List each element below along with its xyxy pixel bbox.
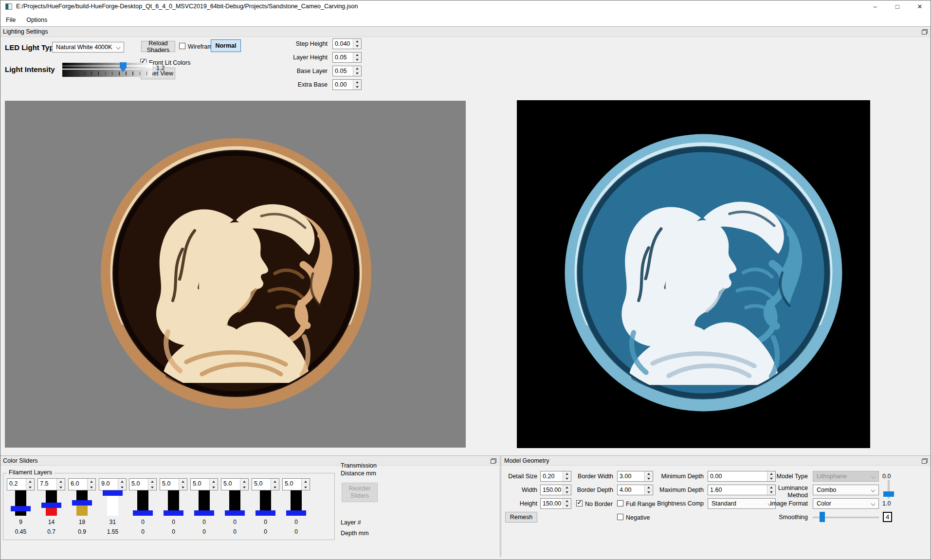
color-sliders-header[interactable]: Color Sliders (0, 455, 500, 466)
filament-slider[interactable] (7, 490, 35, 516)
filament-slider-handle[interactable] (133, 510, 153, 516)
filament-td-spinbox[interactable]: 0.2 (7, 478, 35, 490)
spin-up-icon[interactable] (26, 479, 34, 484)
window-titlebar[interactable]: E:/Projects/HueForge/build-HueForge-Desk… (0, 0, 931, 13)
layer-height-spinbox[interactable]: 0.05 (332, 52, 362, 63)
spin-down-icon[interactable] (353, 85, 361, 90)
spin-up-icon[interactable] (563, 499, 571, 504)
filament-slider-handle[interactable] (164, 510, 183, 516)
filament-slider-handle[interactable] (194, 510, 214, 516)
base-layer-spinbox[interactable]: 0.05 (332, 66, 362, 76)
filament-slider-handle[interactable] (72, 500, 92, 506)
spin-down-icon[interactable] (148, 484, 156, 490)
spin-down-icon[interactable] (179, 484, 187, 490)
spin-up-icon[interactable] (240, 479, 248, 484)
led-light-type-select[interactable]: Natural White 4000K (52, 42, 124, 53)
filament-td-spinbox[interactable]: 6.0 (68, 478, 96, 490)
filament-slider-handle[interactable] (225, 510, 245, 516)
spin-down-icon[interactable] (302, 484, 310, 490)
dock-float-icon[interactable] (491, 458, 496, 464)
maximize-button[interactable]: □ (886, 0, 909, 13)
minimum-depth-spinbox[interactable]: 0.00 (708, 471, 776, 482)
spin-down-icon[interactable] (563, 490, 571, 495)
filament-slider[interactable] (282, 490, 310, 516)
filament-slider[interactable] (129, 490, 157, 516)
spin-down-icon[interactable] (353, 71, 361, 76)
reload-shaders-button[interactable]: Reload Shaders (141, 41, 175, 52)
spin-down-icon[interactable] (271, 484, 279, 490)
spin-down-icon[interactable] (210, 484, 218, 490)
dock-float-icon[interactable] (922, 29, 928, 35)
normal-button[interactable]: Normal (211, 39, 241, 52)
filament-slider[interactable] (190, 490, 218, 516)
spin-up-icon[interactable] (210, 479, 218, 484)
lighting-settings-header[interactable]: Lighting Settings (0, 26, 931, 37)
source-image-viewport[interactable] (517, 100, 870, 448)
spin-up-icon[interactable] (179, 479, 187, 484)
brightness-comp-select[interactable]: Standard (708, 498, 776, 509)
filament-td-spinbox[interactable]: 5.0 (129, 478, 157, 490)
step-height-spinbox[interactable]: 0.040 (332, 38, 362, 49)
filament-td-spinbox[interactable]: 9.0 (99, 478, 127, 490)
spin-up-icon[interactable] (118, 479, 126, 484)
minimize-button[interactable]: – (864, 0, 886, 13)
filament-slider-handle[interactable] (286, 510, 306, 516)
spin-down-icon[interactable] (88, 484, 95, 490)
menu-options[interactable]: Options (21, 13, 52, 26)
spin-down-icon[interactable] (353, 44, 361, 49)
filament-slider-handle[interactable] (11, 506, 31, 511)
maximum-depth-spinbox[interactable]: 1.60 (708, 485, 776, 495)
spin-down-icon[interactable] (57, 484, 65, 490)
negative-checkbox[interactable] (617, 514, 623, 520)
reorder-sliders-button[interactable]: Reorder Sliders (342, 483, 378, 502)
image-format-select[interactable]: Color (813, 498, 879, 509)
spin-up-icon[interactable] (563, 485, 571, 490)
spin-up-icon[interactable] (353, 66, 361, 71)
range-slider-handle[interactable] (883, 491, 894, 497)
filament-slider[interactable] (68, 490, 96, 516)
filament-td-spinbox[interactable]: 5.0 (282, 478, 310, 490)
no-border-checkbox[interactable]: ✓ (576, 500, 583, 506)
spin-down-icon[interactable] (563, 504, 571, 509)
model-type-select[interactable]: Lithophane (813, 471, 879, 482)
spin-up-icon[interactable] (271, 479, 279, 484)
filament-td-spinbox[interactable]: 5.0 (160, 478, 187, 490)
filament-slider-handle[interactable] (41, 503, 61, 508)
model-geometry-header[interactable]: Model Geometry (501, 455, 931, 466)
luminance-method-select[interactable]: Combo (813, 485, 879, 495)
wireframe-checkbox[interactable] (179, 43, 185, 49)
close-button[interactable]: ✕ (909, 0, 931, 13)
light-intensity-slider[interactable] (62, 62, 152, 77)
spin-down-icon[interactable] (353, 57, 361, 63)
width-spinbox[interactable]: 150.00 (540, 485, 571, 495)
filament-slider[interactable] (160, 490, 187, 516)
filament-td-spinbox[interactable]: 5.0 (252, 478, 279, 490)
spin-up-icon[interactable] (353, 80, 361, 85)
filament-slider[interactable] (37, 490, 65, 516)
border-width-spinbox[interactable]: 3.00 (617, 471, 653, 482)
spin-up-icon[interactable] (148, 479, 156, 484)
spin-up-icon[interactable] (353, 53, 361, 57)
spin-down-icon[interactable] (26, 484, 34, 490)
border-depth-spinbox[interactable]: 4.00 (617, 485, 653, 495)
filament-slider-handle[interactable] (103, 490, 123, 496)
spin-up-icon[interactable] (353, 39, 361, 44)
dock-float-icon[interactable] (922, 458, 928, 464)
spin-down-icon[interactable] (240, 484, 248, 490)
spin-down-icon[interactable] (563, 476, 571, 482)
spin-down-icon[interactable] (118, 484, 126, 490)
spin-up-icon[interactable] (88, 479, 95, 484)
remesh-button[interactable]: Remesh (505, 512, 537, 523)
filament-slider[interactable] (252, 490, 279, 516)
spin-up-icon[interactable] (563, 471, 571, 476)
filament-td-spinbox[interactable]: 5.0 (221, 478, 249, 490)
spin-up-icon[interactable] (302, 479, 310, 484)
detail-size-spinbox[interactable]: 0.20 (540, 471, 571, 482)
filament-slider[interactable] (99, 490, 127, 516)
filament-slider[interactable] (221, 490, 249, 516)
full-range-checkbox[interactable] (617, 500, 623, 506)
smoothing-slider-handle[interactable] (820, 512, 825, 522)
filament-td-spinbox[interactable]: 7.5 (37, 478, 65, 490)
height-spinbox[interactable]: 150.00 (540, 498, 571, 509)
extra-base-spinbox[interactable]: 0.00 (332, 79, 362, 90)
